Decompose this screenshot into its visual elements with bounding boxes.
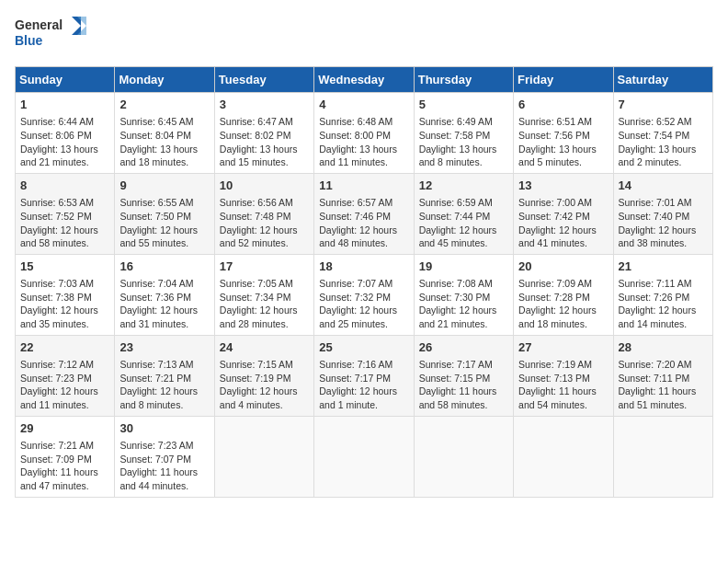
- calendar-cell: 12Sunrise: 6:59 AMSunset: 7:44 PMDayligh…: [414, 173, 513, 254]
- day-number: 14: [619, 178, 708, 194]
- day-info-line: Daylight: 12 hours: [518, 224, 608, 237]
- day-header-wednesday: Wednesday: [314, 67, 414, 93]
- day-number: 24: [220, 339, 309, 356]
- day-info-line: and 15 minutes.: [220, 155, 309, 169]
- calendar-cell: 10Sunrise: 6:56 AMSunset: 7:48 PMDayligh…: [214, 173, 313, 254]
- day-info-line: Sunset: 7:26 PM: [619, 291, 708, 304]
- day-info-line: Sunset: 7:48 PM: [220, 210, 309, 224]
- day-info-line: Daylight: 11 hours: [518, 385, 608, 398]
- logo: General Blue: [15, 15, 88, 55]
- calendar-cell: 2Sunrise: 6:45 AMSunset: 8:04 PMDaylight…: [115, 93, 214, 174]
- day-number: 5: [419, 97, 508, 113]
- day-info-line: and 18 minutes.: [119, 155, 209, 169]
- day-info-line: Sunset: 8:04 PM: [119, 129, 209, 143]
- day-header-friday: Friday: [514, 67, 613, 93]
- day-info-line: and 5 minutes.: [518, 155, 608, 169]
- day-info-line: Daylight: 12 hours: [619, 304, 708, 317]
- day-number: 18: [319, 259, 408, 275]
- calendar-week-row: 29Sunrise: 7:21 AMSunset: 7:09 PMDayligh…: [16, 416, 713, 497]
- day-info-line: Sunset: 7:23 PM: [20, 372, 109, 385]
- day-info-line: Daylight: 12 hours: [419, 224, 508, 237]
- calendar-table: SundayMondayTuesdayWednesdayThursdayFrid…: [15, 66, 713, 498]
- day-info-line: Sunrise: 7:21 AM: [20, 439, 109, 453]
- calendar-week-row: 15Sunrise: 7:03 AMSunset: 7:38 PMDayligh…: [16, 254, 713, 335]
- day-info-line: and 47 minutes.: [20, 479, 109, 493]
- day-info-line: and 58 minutes.: [419, 398, 508, 412]
- day-info-line: and 8 minutes.: [419, 155, 508, 169]
- day-info-line: Sunset: 7:56 PM: [518, 129, 608, 143]
- calendar-week-row: 22Sunrise: 7:12 AMSunset: 7:23 PMDayligh…: [16, 335, 713, 416]
- day-info-line: Daylight: 11 hours: [20, 465, 109, 479]
- day-info-line: Sunset: 7:32 PM: [319, 291, 408, 304]
- day-info-line: Daylight: 12 hours: [319, 385, 408, 398]
- day-info-line: Sunrise: 7:03 AM: [20, 277, 109, 291]
- day-info-line: Sunrise: 7:13 AM: [119, 358, 209, 372]
- day-number: 19: [419, 259, 508, 275]
- day-info-line: and 44 minutes.: [119, 479, 209, 493]
- day-info-line: and 45 minutes.: [419, 236, 508, 250]
- day-info-line: Daylight: 13 hours: [619, 143, 708, 156]
- day-number: 9: [119, 178, 209, 194]
- day-info-line: Sunset: 7:36 PM: [119, 291, 209, 304]
- day-info-line: Sunrise: 7:07 AM: [319, 277, 408, 291]
- day-info-line: Sunrise: 6:51 AM: [518, 115, 608, 129]
- day-info-line: Daylight: 12 hours: [119, 385, 209, 398]
- calendar-cell: 23Sunrise: 7:13 AMSunset: 7:21 PMDayligh…: [115, 335, 214, 416]
- day-info-line: Sunset: 7:15 PM: [419, 372, 508, 385]
- day-info-line: Daylight: 12 hours: [319, 304, 408, 317]
- day-info-line: Daylight: 13 hours: [220, 143, 309, 156]
- day-info-line: Daylight: 13 hours: [518, 143, 608, 156]
- day-info-line: Sunset: 7:28 PM: [518, 291, 608, 304]
- calendar-body: 1Sunrise: 6:44 AMSunset: 8:06 PMDaylight…: [16, 93, 713, 498]
- day-info-line: Sunset: 7:13 PM: [518, 372, 608, 385]
- day-number: 17: [220, 259, 309, 275]
- calendar-cell: 5Sunrise: 6:49 AMSunset: 7:58 PMDaylight…: [414, 93, 513, 174]
- day-header-sunday: Sunday: [16, 67, 115, 93]
- day-number: 8: [20, 178, 109, 194]
- day-number: 25: [319, 339, 408, 356]
- day-info-line: Daylight: 12 hours: [319, 224, 408, 237]
- day-info-line: Daylight: 12 hours: [518, 304, 608, 317]
- calendar-cell: 18Sunrise: 7:07 AMSunset: 7:32 PMDayligh…: [314, 254, 414, 335]
- day-info-line: and 21 minutes.: [20, 155, 109, 169]
- day-number: 6: [518, 97, 608, 113]
- day-info-line: and 41 minutes.: [518, 236, 608, 250]
- calendar-cell: 16Sunrise: 7:04 AMSunset: 7:36 PMDayligh…: [115, 254, 214, 335]
- day-info-line: Sunrise: 6:47 AM: [220, 115, 309, 129]
- calendar-cell: [514, 416, 613, 497]
- day-info-line: Sunset: 7:21 PM: [119, 372, 209, 385]
- day-info-line: and 18 minutes.: [518, 317, 608, 331]
- calendar-week-row: 1Sunrise: 6:44 AMSunset: 8:06 PMDaylight…: [16, 93, 713, 174]
- day-number: 3: [220, 97, 309, 113]
- day-info-line: and 54 minutes.: [518, 398, 608, 412]
- day-info-line: Sunset: 7:09 PM: [20, 453, 109, 466]
- day-number: 30: [119, 420, 209, 437]
- day-info-line: and 28 minutes.: [220, 317, 309, 331]
- day-number: 15: [20, 259, 109, 275]
- calendar-cell: 21Sunrise: 7:11 AMSunset: 7:26 PMDayligh…: [613, 254, 712, 335]
- day-info-line: and 48 minutes.: [319, 236, 408, 250]
- day-info-line: Daylight: 12 hours: [220, 224, 309, 237]
- day-info-line: Daylight: 12 hours: [220, 304, 309, 317]
- day-number: 13: [518, 178, 608, 194]
- day-info-line: Daylight: 11 hours: [119, 465, 209, 479]
- day-info-line: Sunset: 7:44 PM: [419, 210, 508, 224]
- day-info-line: Daylight: 11 hours: [419, 385, 508, 398]
- day-info-line: and 58 minutes.: [20, 236, 109, 250]
- day-info-line: Daylight: 13 hours: [119, 143, 209, 156]
- day-number: 20: [518, 259, 608, 275]
- day-header-saturday: Saturday: [613, 67, 712, 93]
- day-info-line: Sunset: 8:06 PM: [20, 129, 109, 143]
- day-info-line: Sunset: 7:40 PM: [619, 210, 708, 224]
- day-info-line: Sunset: 7:07 PM: [119, 453, 209, 466]
- calendar-cell: 6Sunrise: 6:51 AMSunset: 7:56 PMDaylight…: [514, 93, 613, 174]
- day-info-line: Daylight: 13 hours: [319, 143, 408, 156]
- calendar-cell: 24Sunrise: 7:15 AMSunset: 7:19 PMDayligh…: [214, 335, 313, 416]
- day-number: 27: [518, 339, 608, 356]
- day-header-tuesday: Tuesday: [214, 67, 313, 93]
- day-info-line: Sunset: 7:34 PM: [220, 291, 309, 304]
- calendar-cell: 9Sunrise: 6:55 AMSunset: 7:50 PMDaylight…: [115, 173, 214, 254]
- svg-text:General: General: [15, 17, 63, 32]
- day-number: 22: [20, 339, 109, 356]
- day-info-line: Daylight: 12 hours: [20, 304, 109, 317]
